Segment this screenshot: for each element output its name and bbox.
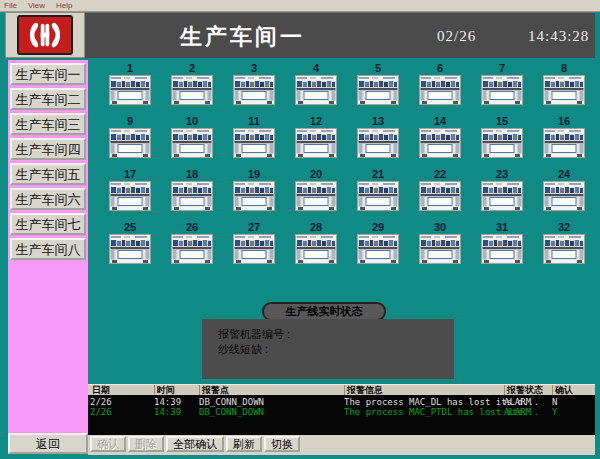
machine-number: 3 [223, 62, 285, 74]
machine-cell-19[interactable]: 19 [223, 168, 285, 221]
knitting-machine-icon[interactable] [543, 75, 585, 105]
machine-cell-11[interactable]: 11 [223, 115, 285, 168]
knitting-machine-icon[interactable] [171, 75, 213, 105]
logo-panel [5, 12, 85, 58]
machine-cell-25[interactable]: 25 [99, 221, 161, 274]
sidebar-item-workshop-4[interactable]: 生产车间四 [10, 138, 86, 160]
machine-cell-1[interactable]: 1 [99, 62, 161, 115]
sidebar-item-workshop-7[interactable]: 生产车间七 [10, 213, 86, 235]
knitting-machine-icon[interactable] [543, 128, 585, 158]
machine-number: 10 [161, 115, 223, 127]
alarm-cell: Y [552, 407, 557, 417]
ack-all-button[interactable]: 全部确认 [166, 436, 224, 452]
back-button[interactable]: 返回 [8, 433, 88, 454]
knitting-machine-icon[interactable] [357, 128, 399, 158]
machine-number: 30 [409, 221, 471, 233]
machine-cell-31[interactable]: 31 [471, 221, 533, 274]
machine-cell-13[interactable]: 13 [347, 115, 409, 168]
knitting-machine-icon[interactable] [171, 128, 213, 158]
machine-cell-23[interactable]: 23 [471, 168, 533, 221]
alarm-table-body[interactable]: 2/2614:39DB_CONN_DOWNThe process MAC_DL … [88, 395, 595, 435]
machine-number: 24 [533, 168, 595, 180]
machine-cell-4[interactable]: 4 [285, 62, 347, 115]
knitting-machine-icon[interactable] [481, 234, 523, 264]
machine-cell-18[interactable]: 18 [161, 168, 223, 221]
machine-cell-26[interactable]: 26 [161, 221, 223, 274]
machine-cell-22[interactable]: 22 [409, 168, 471, 221]
machine-cell-27[interactable]: 27 [223, 221, 285, 274]
sidebar-item-workshop-2[interactable]: 生产车间二 [10, 88, 86, 110]
alarm-machine-id-label: 报警机器编号 : [218, 327, 454, 342]
knitting-machine-icon[interactable] [357, 75, 399, 105]
knitting-machine-icon[interactable] [109, 75, 151, 105]
menubar: FileViewHelp [0, 0, 600, 12]
machine-cell-14[interactable]: 14 [409, 115, 471, 168]
switch-button[interactable]: 切换 [264, 436, 300, 452]
knitting-machine-icon[interactable] [233, 181, 275, 211]
machine-number: 14 [409, 115, 471, 127]
knitting-machine-icon[interactable] [171, 234, 213, 264]
machine-cell-5[interactable]: 5 [347, 62, 409, 115]
machine-cell-10[interactable]: 10 [161, 115, 223, 168]
knitting-machine-icon[interactable] [171, 181, 213, 211]
knitting-machine-icon[interactable] [295, 75, 337, 105]
machine-cell-7[interactable]: 7 [471, 62, 533, 115]
machine-number: 20 [285, 168, 347, 180]
knitting-machine-icon[interactable] [481, 75, 523, 105]
knitting-machine-icon[interactable] [481, 128, 523, 158]
sidebar-item-workshop-5[interactable]: 生产车间五 [10, 163, 86, 185]
knitting-machine-icon[interactable] [233, 75, 275, 105]
knitting-machine-icon[interactable] [295, 234, 337, 264]
machine-cell-21[interactable]: 21 [347, 168, 409, 221]
knitting-machine-icon[interactable] [419, 75, 461, 105]
machine-cell-2[interactable]: 2 [161, 62, 223, 115]
knitting-machine-icon[interactable] [109, 234, 151, 264]
knitting-machine-icon[interactable] [543, 234, 585, 264]
knitting-machine-icon[interactable] [419, 128, 461, 158]
menu-item-help[interactable]: Help [56, 1, 72, 10]
refresh-button[interactable]: 刷新 [226, 436, 262, 452]
machine-number: 27 [223, 221, 285, 233]
machine-cell-15[interactable]: 15 [471, 115, 533, 168]
knitting-machine-icon[interactable] [295, 181, 337, 211]
knitting-machine-icon[interactable] [295, 128, 337, 158]
machine-cell-9[interactable]: 9 [99, 115, 161, 168]
menu-item-view[interactable]: View [28, 1, 45, 10]
machine-cell-16[interactable]: 16 [533, 115, 595, 168]
machine-cell-28[interactable]: 28 [285, 221, 347, 274]
machine-cell-3[interactable]: 3 [223, 62, 285, 115]
machine-number: 32 [533, 221, 595, 233]
knitting-machine-icon[interactable] [109, 181, 151, 211]
menu-item-file[interactable]: File [4, 1, 17, 10]
knitting-machine-icon[interactable] [543, 181, 585, 211]
knitting-machine-icon[interactable] [419, 181, 461, 211]
sidebar-item-workshop-6[interactable]: 生产车间六 [10, 188, 86, 210]
sidebar-item-workshop-3[interactable]: 生产车间三 [10, 113, 86, 135]
ack-button: 确认 [90, 436, 126, 452]
machine-cell-12[interactable]: 12 [285, 115, 347, 168]
machine-cell-6[interactable]: 6 [409, 62, 471, 115]
machine-cell-20[interactable]: 20 [285, 168, 347, 221]
knitting-machine-icon[interactable] [233, 234, 275, 264]
machine-number: 19 [223, 168, 285, 180]
page-title: 生产车间一 [180, 22, 305, 52]
machine-cell-24[interactable]: 24 [533, 168, 595, 221]
machine-cell-29[interactable]: 29 [347, 221, 409, 274]
knitting-machine-icon[interactable] [109, 128, 151, 158]
alarm-cell: ALARM [504, 407, 531, 417]
machine-cell-8[interactable]: 8 [533, 62, 595, 115]
machine-grid: 1 2 [99, 62, 595, 274]
knitting-machine-icon[interactable] [481, 181, 523, 211]
machine-cell-17[interactable]: 17 [99, 168, 161, 221]
knitting-machine-icon[interactable] [357, 181, 399, 211]
alarm-cell: ALARM [504, 397, 531, 407]
knitting-machine-icon[interactable] [357, 234, 399, 264]
knitting-machine-icon[interactable] [419, 234, 461, 264]
knitting-machine-icon[interactable] [233, 128, 275, 158]
machine-number: 7 [471, 62, 533, 74]
machine-cell-32[interactable]: 32 [533, 221, 595, 274]
sidebar-item-workshop-1[interactable]: 生产车间一 [10, 63, 86, 85]
machine-cell-30[interactable]: 30 [409, 221, 471, 274]
machine-number: 25 [99, 221, 161, 233]
sidebar-item-workshop-8[interactable]: 生产车间八 [10, 238, 86, 260]
